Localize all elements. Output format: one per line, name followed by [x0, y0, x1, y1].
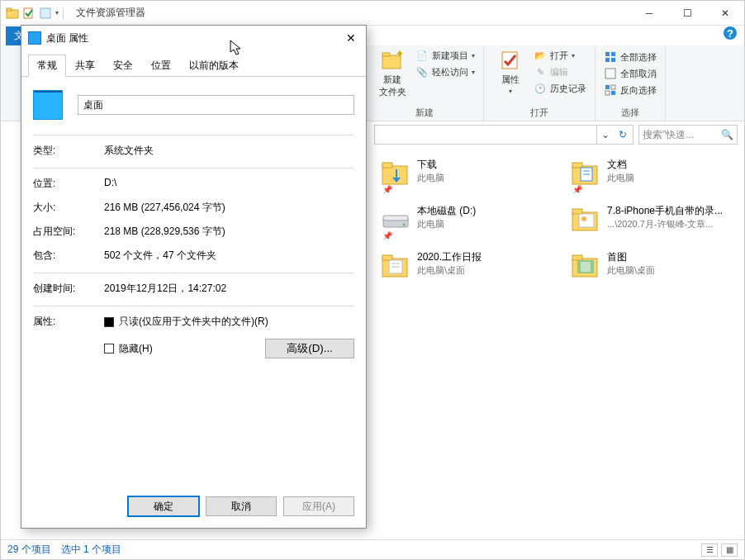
list-item[interactable]: 📌 下载此电脑	[381, 158, 521, 187]
address-bar[interactable]: ⌄ ↻	[374, 125, 633, 145]
close-button[interactable]: ✕	[706, 1, 744, 26]
refresh-icon[interactable]: ↻	[613, 126, 633, 144]
dialog-tabs: 常规 共享 安全 位置 以前的版本	[21, 54, 366, 77]
chevron-down-icon: ▾	[472, 69, 475, 76]
download-folder-icon: 📌	[381, 158, 410, 187]
tab-security[interactable]: 安全	[104, 55, 142, 77]
ok-button[interactable]: 确定	[128, 496, 199, 516]
list-item[interactable]: 📌 本地磁盘 (D:)此电脑	[381, 204, 521, 234]
list-item[interactable]: 7.8-iPhone手机自带的录......\2020.7月-许银峰-文章...	[571, 204, 711, 234]
invert-select-button[interactable]: 反向选择	[604, 83, 657, 97]
size-value: 216 MB (227,456,024 字节)	[104, 201, 354, 215]
folder-large-icon	[33, 90, 63, 120]
dialog-body: 桌面 类型:系统文件夹 位置:D:\ 大小:216 MB (227,456,02…	[21, 77, 366, 488]
address-dropdown-icon[interactable]: ⌄	[596, 126, 613, 144]
open-button[interactable]: 📂 打开 ▾	[534, 49, 586, 62]
new-folder-button[interactable]: ✦ 新建 文件夹	[374, 49, 410, 98]
easy-access-icon: 📎	[415, 65, 429, 78]
readonly-checkbox[interactable]: ■	[104, 317, 114, 327]
svg-rect-15	[611, 85, 615, 89]
location-value: D:\	[104, 177, 354, 191]
svg-rect-18	[382, 163, 392, 168]
dialog-footer: 确定 取消 应用(A)	[21, 488, 366, 528]
created-value: 2019年12月12日，14:27:02	[104, 282, 354, 296]
list-item[interactable]: 2020.工作日报此电脑\桌面	[381, 250, 521, 280]
invert-icon	[604, 83, 617, 97]
ondisk-value: 218 MB (228,929,536 字节)	[104, 225, 354, 239]
svg-point-27	[403, 224, 406, 226]
minimize-button[interactable]: ─	[630, 1, 668, 26]
tab-general[interactable]: 常规	[28, 55, 66, 77]
icons-view-button[interactable]: ▦	[721, 543, 738, 557]
tab-share[interactable]: 共享	[66, 55, 104, 77]
type-label: 类型:	[33, 144, 104, 158]
details-view-button[interactable]: ☰	[701, 543, 718, 557]
new-item-icon: 📄	[415, 49, 429, 62]
help-icon[interactable]: ?	[724, 26, 737, 40]
easy-access-button[interactable]: 📎 轻松访问 ▾	[415, 65, 475, 78]
folder-icon	[28, 31, 41, 45]
svg-rect-40	[581, 262, 591, 272]
folder-pics2-icon	[571, 250, 600, 280]
svg-rect-3	[40, 8, 50, 18]
ribbon-group-open: 属性 ▾ 📂 打开 ▾ ✎ 编辑 🕑 历史记录	[484, 45, 596, 121]
open-icon: 📂	[534, 49, 547, 62]
drive-icon: 📌	[381, 204, 410, 234]
list-item[interactable]: 📌 文档此电脑	[571, 158, 711, 187]
item-count: 29 个项目	[7, 543, 51, 557]
maximize-button[interactable]: ☐	[668, 1, 706, 26]
cancel-button[interactable]: 取消	[206, 496, 277, 516]
advanced-button[interactable]: 高级(D)...	[265, 339, 354, 358]
tab-location[interactable]: 位置	[142, 55, 180, 77]
hidden-label: 隐藏(H)	[119, 342, 153, 356]
chevron-down-icon: ▾	[509, 88, 512, 95]
svg-rect-30	[579, 214, 594, 227]
pin-icon: 📌	[382, 185, 392, 194]
properties-icon	[499, 49, 522, 72]
apply-button[interactable]: 应用(A)	[283, 496, 354, 516]
svg-rect-33	[382, 255, 392, 260]
ribbon-group-new: ✦ 新建 文件夹 📄 新建项目 ▾ 📎 轻松访问 ▾	[366, 45, 484, 121]
qat-dropdown-icon[interactable]: ▾	[55, 9, 59, 17]
qat-properties-icon[interactable]	[22, 7, 36, 20]
svg-rect-13	[605, 85, 610, 89]
svg-rect-10	[605, 58, 610, 62]
search-icon: 🔍	[721, 129, 733, 140]
status-bar: 29 个项目 选中 1 个项目 ☰ ▦	[1, 539, 744, 559]
edit-icon: ✎	[534, 65, 547, 78]
edit-button[interactable]: ✎ 编辑	[534, 65, 586, 78]
svg-rect-21	[572, 163, 582, 168]
ondisk-label: 占用空间:	[33, 225, 104, 239]
svg-rect-1	[7, 8, 12, 11]
history-button[interactable]: 🕑 历史记录	[534, 82, 586, 95]
folder-pics-icon	[571, 204, 600, 234]
svg-rect-38	[572, 255, 582, 260]
ribbon-group-select: 全部选择 全部取消 反向选择 选择	[596, 45, 666, 121]
select-all-button[interactable]: 全部选择	[604, 50, 657, 64]
location-label: 位置:	[33, 177, 104, 191]
svg-rect-17	[382, 166, 407, 184]
dialog-titlebar[interactable]: 桌面 属性 ✕	[21, 26, 366, 50]
qat-blank-icon[interactable]	[39, 7, 52, 20]
select-none-button[interactable]: 全部取消	[604, 67, 657, 80]
properties-label: 属性	[501, 74, 520, 86]
dialog-close-button[interactable]: ✕	[343, 28, 359, 48]
hidden-checkbox[interactable]	[104, 344, 114, 354]
svg-rect-16	[605, 91, 610, 95]
search-placeholder: 搜索"快速...	[643, 128, 694, 142]
attr-label: 属性:	[33, 315, 104, 358]
list-item[interactable]: 首图此电脑\桌面	[571, 250, 711, 280]
pin-icon: 📌	[572, 185, 582, 194]
folder-docs-icon	[381, 250, 410, 280]
svg-rect-9	[611, 52, 615, 56]
new-item-button[interactable]: 📄 新建项目 ▾	[415, 49, 475, 62]
svg-rect-26	[383, 216, 408, 221]
select-all-icon	[604, 50, 617, 64]
properties-button[interactable]: 属性 ▾	[492, 49, 529, 95]
file-list[interactable]: 📌 下载此电脑 📌 文档此电脑 📌 本地磁盘 (D:)此电脑	[372, 148, 744, 539]
created-label: 创建时间:	[33, 282, 104, 296]
search-input[interactable]: 搜索"快速... 🔍	[638, 125, 738, 145]
tab-previous[interactable]: 以前的版本	[180, 55, 248, 77]
folder-name-input[interactable]: 桌面	[78, 95, 354, 115]
folder-icon	[6, 7, 19, 20]
